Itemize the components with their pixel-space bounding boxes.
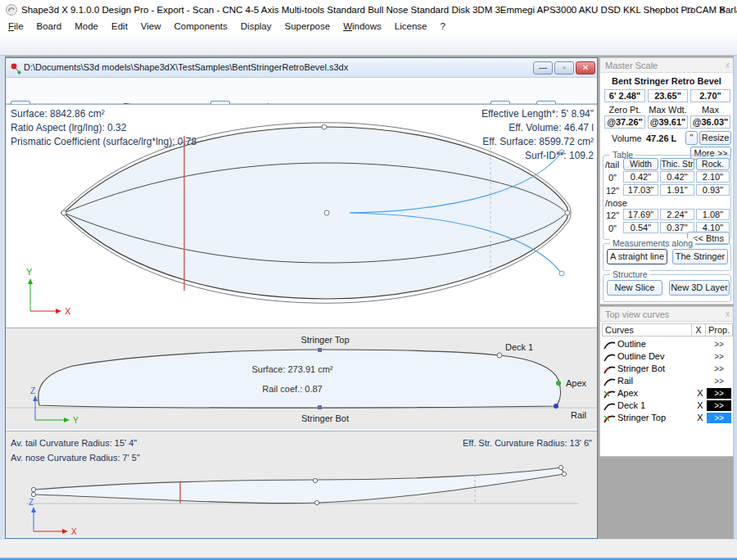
- doc-restore-button[interactable]: ▫: [554, 61, 574, 75]
- max-thck-at-value[interactable]: @36.03": [690, 115, 730, 129]
- max-thickness-value[interactable]: 2.70": [690, 89, 730, 102]
- curves-panel-title: Top view curves: [605, 309, 669, 319]
- col-rocker-button[interactable]: Rock. Str: [696, 158, 730, 170]
- control-point[interactable]: [322, 124, 327, 129]
- control-point[interactable]: [313, 478, 317, 482]
- doc-minimize-button[interactable]: —: [533, 61, 553, 75]
- maximize-button[interactable]: □: [673, 0, 706, 20]
- measurements-legend: Measurements along: [610, 238, 695, 248]
- new-3d-layer-button[interactable]: New 3D Layer: [669, 280, 730, 296]
- prop-button[interactable]: >>: [707, 413, 731, 423]
- panel-close-icon[interactable]: x: [726, 58, 730, 73]
- prop-button[interactable]: >>: [707, 400, 731, 411]
- menu-file[interactable]: File: [2, 20, 30, 34]
- prop-col-header[interactable]: Prop.: [705, 323, 733, 336]
- slice-outline[interactable]: [38, 350, 561, 408]
- curve-row-apex[interactable]: Apex X >>: [602, 387, 733, 400]
- straight-line-button[interactable]: A straight line: [607, 249, 667, 264]
- eff-volume-value: Eff. Volume: 46.47 l: [482, 121, 594, 135]
- table-cell[interactable]: 2.10": [696, 171, 730, 183]
- minimize-button[interactable]: –: [639, 0, 671, 20]
- x-col-header[interactable]: X: [691, 323, 706, 336]
- doc-close-button[interactable]: ✕: [576, 61, 595, 75]
- close-button[interactable]: ✕: [706, 0, 737, 20]
- document-title-bar[interactable]: D:\Documents\S3d models\Shape3dX\TestSam…: [6, 58, 597, 78]
- menu-windows[interactable]: Windows: [337, 20, 388, 34]
- col-width-button[interactable]: Width: [623, 158, 658, 170]
- menu-mode[interactable]: Mode: [68, 20, 105, 34]
- curve-row-deck-1[interactable]: Deck 1 X >>: [602, 400, 733, 412]
- slice-canvas[interactable]: Z Y Stringer Top Deck 1 Surface: 273.91 …: [6, 327, 597, 429]
- volume-value: 47.26 L: [646, 133, 676, 143]
- menu-edit[interactable]: Edit: [105, 20, 134, 34]
- control-point[interactable]: [559, 271, 564, 276]
- col-thick-button[interactable]: Thic. Str: [660, 158, 694, 170]
- table-cell[interactable]: 0.54": [623, 222, 658, 233]
- control-point[interactable]: [314, 500, 319, 504]
- menu-superpose[interactable]: Superpose: [278, 20, 337, 34]
- control-point[interactable]: [562, 472, 566, 476]
- table-cell[interactable]: 0.42": [660, 171, 694, 183]
- table-cell[interactable]: 17.69": [623, 209, 658, 220]
- menu-license[interactable]: License: [388, 20, 434, 34]
- table-cell[interactable]: 0.93": [696, 184, 730, 196]
- slice-surface-label: Surface: 273.91 cm²: [227, 364, 358, 374]
- curve-row-outline-dev[interactable]: Outline Dev >>: [602, 350, 733, 363]
- resize-button[interactable]: Resize: [699, 131, 731, 145]
- curve-row-rail[interactable]: Rail >>: [602, 375, 733, 387]
- curve-icon: [604, 340, 616, 350]
- menu-view[interactable]: View: [134, 20, 168, 34]
- table-cell[interactable]: 1.91": [660, 184, 694, 196]
- max-wdt-at-value[interactable]: @39.61": [648, 115, 688, 129]
- table-cell[interactable]: 17.03": [623, 184, 658, 196]
- zero-pt-value[interactable]: @37.26": [604, 115, 645, 129]
- pin-icon: [10, 62, 22, 75]
- curve-row-stringer-top[interactable]: Stringer Top X >>: [602, 412, 733, 424]
- table-cell[interactable]: 2.24": [660, 209, 694, 220]
- curve-row-outline[interactable]: Outline >>: [602, 338, 733, 350]
- panel-close-icon[interactable]: x: [726, 307, 730, 322]
- apex-point[interactable]: [556, 381, 561, 386]
- max-width-value[interactable]: 23.65": [648, 89, 688, 102]
- prop-button[interactable]: >>: [707, 339, 731, 350]
- control-point[interactable]: [31, 487, 35, 491]
- master-scale-panel: Master Scale x Bent Stringer Retro Bevel…: [599, 57, 734, 305]
- stringer-bot-point[interactable]: [318, 405, 322, 409]
- control-point[interactable]: [61, 210, 66, 215]
- prop-button[interactable]: >>: [707, 351, 731, 362]
- rail-coef-label: Rail coef.: 0.87: [227, 384, 358, 394]
- menu-help[interactable]: ?: [433, 20, 451, 34]
- menu-components[interactable]: Components: [168, 20, 234, 34]
- the-stringer-button[interactable]: The Stringer: [672, 249, 728, 264]
- length-value[interactable]: 6' 2.48": [604, 89, 645, 102]
- table-cell[interactable]: 0.42": [623, 171, 658, 183]
- menu-display[interactable]: Display: [234, 20, 278, 34]
- curves-col-header[interactable]: Curves: [602, 323, 692, 336]
- rail-point[interactable]: [554, 404, 558, 409]
- deck-1-label: Deck 1: [505, 342, 533, 352]
- control-point[interactable]: [565, 210, 570, 215]
- control-point[interactable]: [31, 492, 35, 496]
- table-row-label: 0": [602, 173, 623, 183]
- stringer-top-point[interactable]: [318, 348, 322, 352]
- prop-button[interactable]: >>: [707, 376, 731, 386]
- prop-button[interactable]: >>: [707, 388, 731, 399]
- curve-edit-icon: [604, 364, 616, 374]
- eff-surface-value: Eff. Surface: 8599.72 cm²: [482, 135, 594, 149]
- table-cell[interactable]: 1.08": [696, 209, 730, 220]
- control-point[interactable]: [558, 465, 563, 469]
- svg-text:Y: Y: [73, 416, 79, 425]
- topview-canvas[interactable]: Y X Surface: 8842.86 cm² Ratio Aspect (l…: [6, 104, 597, 326]
- rocker-canvas[interactable]: Z X Av. tail Curvature Radius: 15' 4" Av…: [6, 431, 597, 537]
- rocker-profile[interactable]: [34, 467, 564, 504]
- menu-board[interactable]: Board: [30, 20, 69, 34]
- deck-control-point[interactable]: [497, 353, 502, 358]
- unit-toggle-button[interactable]: ": [685, 131, 698, 145]
- prop-button[interactable]: >>: [707, 364, 731, 374]
- control-point[interactable]: [324, 210, 329, 215]
- curve-row-stringer-bot[interactable]: Stringer Bot >>: [602, 363, 733, 375]
- master-scale-header[interactable]: Master Scale x: [600, 58, 733, 73]
- topview-info: Surface: 8842.86 cm² Ratio Aspect (lrg/l…: [11, 107, 197, 149]
- new-slice-button[interactable]: New Slice: [607, 280, 662, 296]
- curves-panel-header[interactable]: Top view curves x: [600, 307, 733, 322]
